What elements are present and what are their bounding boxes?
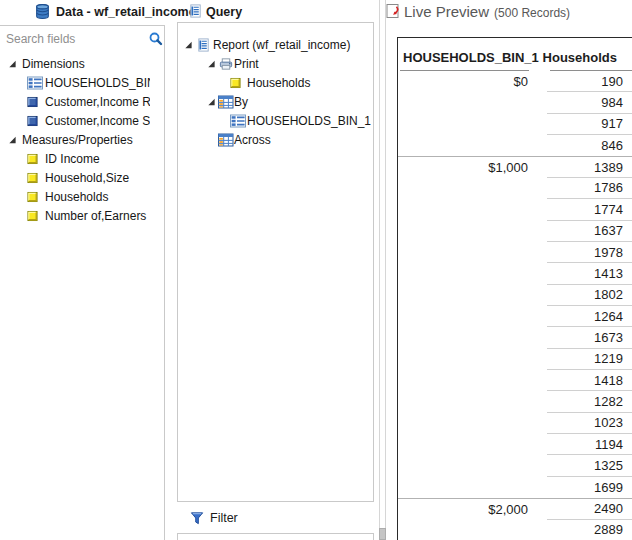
data-tree-item[interactable]: ID Income (0, 149, 150, 168)
query-tree: Report (wf_retail_income)PrintHouseholds… (178, 35, 373, 235)
table-row: 1699 (398, 477, 632, 498)
cell-households: 1978 (547, 242, 632, 263)
table-row: 846 (398, 135, 632, 156)
tree-item-label: Measures/Properties (22, 133, 133, 147)
table-row: 2889 (398, 520, 632, 540)
filter-bar[interactable]: Filter (177, 502, 374, 533)
header-underline (550, 70, 632, 71)
cell-households: 1699 (547, 477, 632, 498)
cell-households: 1413 (547, 263, 632, 284)
cell-households: 1282 (547, 391, 632, 412)
table-row: 1802 (398, 285, 632, 306)
tree-item-label: Report (wf_retail_income) (213, 38, 350, 52)
preview-table-body: $0190984917846$1,00013891786177416371978… (398, 71, 632, 540)
table-row: $1,0001389 (398, 156, 632, 177)
query-tree-item[interactable]: Print (178, 54, 373, 73)
table-row: 1418 (398, 370, 632, 391)
cell-households: 846 (547, 135, 632, 156)
query-panel-header: Query (177, 0, 374, 22)
data-tree-item[interactable]: Customer,Income Range (0, 92, 150, 111)
table-row: 1978 (398, 242, 632, 263)
query-tree-item[interactable]: HOUSEHOLDS_BIN_1 (178, 111, 373, 130)
data-tree-item[interactable]: Number of,Earners (0, 206, 150, 225)
database-icon (34, 3, 51, 20)
data-panel-body: DimensionsHOUSEHOLDS_BIN_1Customer,Incom… (0, 25, 165, 540)
column-header-households: Households (543, 50, 617, 65)
table-row: 1673 (398, 327, 632, 348)
splitter-grip[interactable] (379, 528, 386, 540)
field-blue-icon (27, 96, 38, 107)
measure-icon (27, 153, 38, 164)
tree-item-label: By (234, 95, 248, 109)
measure-icon (230, 77, 241, 88)
table-row: 1194 (398, 434, 632, 455)
search-icon[interactable] (148, 31, 164, 47)
field-blue-icon (27, 115, 38, 126)
cell-households: 1325 (547, 455, 632, 476)
cell-households: 2889 (547, 520, 632, 540)
live-preview-title: Live Preview(500 Records) (404, 3, 570, 20)
panel-splitter-line[interactable] (385, 0, 386, 540)
tree-item-label: HOUSEHOLDS_BIN_1 (45, 76, 150, 90)
cell-households: 1774 (547, 199, 632, 220)
measure-icon (27, 172, 38, 183)
table-row: 1774 (398, 199, 632, 220)
search-input[interactable] (3, 30, 143, 48)
measure-icon (27, 210, 38, 221)
tree-item-label: Across (234, 133, 271, 147)
table-row: $2,0002490 (398, 498, 632, 519)
filter-icon (190, 510, 205, 526)
cell-households-bin: $1,000 (398, 160, 547, 175)
query-tree-item[interactable]: Across (178, 130, 373, 149)
preview-table-header: HOUSEHOLDS_BIN_1 Households (398, 38, 632, 71)
page-icon (196, 37, 211, 53)
table-row: 1219 (398, 349, 632, 370)
table-row: 917 (398, 114, 632, 135)
filter-label: Filter (210, 511, 238, 525)
tree-item-label: Households (247, 76, 310, 90)
cell-households: 984 (547, 92, 632, 113)
query-tree-item[interactable]: Households (178, 73, 373, 92)
table-row: 984 (398, 92, 632, 113)
data-tree-item[interactable]: HOUSEHOLDS_BIN_1 (0, 73, 150, 92)
data-tree-section[interactable]: Measures/Properties (0, 130, 150, 149)
table-row: 1325 (398, 455, 632, 476)
triangle-icon (8, 59, 17, 68)
tree-item-label: Dimensions (22, 57, 85, 71)
dimension-table-icon (230, 114, 246, 128)
cell-households: 2490 (547, 499, 632, 519)
measure-icon (27, 191, 38, 202)
cell-households: 1219 (547, 349, 632, 370)
data-tree-item[interactable]: Household,Size (0, 168, 150, 187)
data-panel-header: Data - wf_retail_income (0, 0, 165, 25)
table-row: 1637 (398, 221, 632, 242)
tree-item-label: HOUSEHOLDS_BIN_1 (247, 114, 371, 128)
webfocus-workspace: Data - wf_retail_income DimensionsHOUSEH… (0, 0, 632, 540)
data-tree-item[interactable]: Customer,Income Subrange (0, 111, 150, 130)
tree-item-label: Print (234, 57, 259, 71)
query-tree-item[interactable]: Report (wf_retail_income) (178, 35, 373, 54)
header-underline (400, 70, 529, 71)
preview-table: HOUSEHOLDS_BIN_1 Households $01909849178… (397, 37, 632, 540)
tree-item-label: Households (45, 190, 108, 204)
query-tree-item[interactable]: By (178, 92, 373, 111)
data-tree-section[interactable]: Dimensions (0, 54, 150, 73)
cell-households-bin: $2,000 (398, 502, 547, 517)
data-field-tree: DimensionsHOUSEHOLDS_BIN_1Customer,Incom… (0, 54, 150, 534)
cell-households: 1194 (547, 434, 632, 455)
panel-splitter-line[interactable] (379, 0, 380, 540)
triangle-icon (184, 40, 193, 49)
data-tree-item[interactable]: Households (0, 187, 150, 206)
tree-item-label: Customer,Income Subrange (45, 114, 150, 128)
query-panel-body: Report (wf_retail_income)PrintHouseholds… (177, 22, 374, 502)
by-table-icon (218, 95, 234, 109)
triangle-icon (207, 97, 216, 106)
cell-households: 1637 (547, 221, 632, 242)
data-panel-title: Data - wf_retail_income (56, 5, 196, 19)
table-row: 1282 (398, 391, 632, 412)
table-row: 1264 (398, 306, 632, 327)
cell-households: 1786 (547, 178, 632, 199)
tree-item-label: ID Income (45, 152, 100, 166)
cell-households: 1673 (547, 327, 632, 348)
table-row: 1786 (398, 178, 632, 199)
